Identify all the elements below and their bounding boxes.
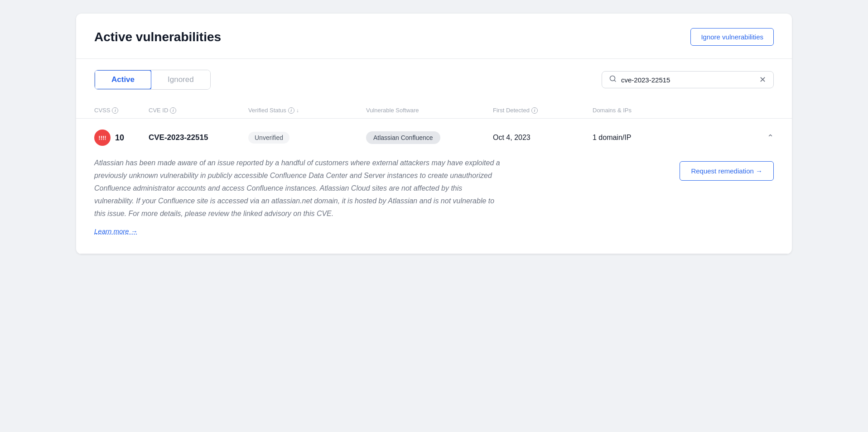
cvss-score: 10 xyxy=(115,133,124,143)
vulnerabilities-card: Active vulnerabilities Ignore vulnerabil… xyxy=(76,14,792,254)
th-cvss: CVSS i xyxy=(94,107,149,114)
first-detected-cell: Oct 4, 2023 xyxy=(493,134,593,142)
cve-id-info-icon: i xyxy=(170,107,176,114)
ignore-vulnerabilities-button[interactable]: Ignore vulnerabilities xyxy=(690,28,774,46)
detail-content: Atlassian has been made aware of an issu… xyxy=(94,157,652,235)
detail-actions: Request remediation → xyxy=(680,157,774,181)
expand-chevron-icon[interactable]: ⌃ xyxy=(767,133,774,143)
search-input[interactable] xyxy=(621,76,756,84)
vulnerable-software-cell: Atlassian Confluence xyxy=(366,131,493,144)
cve-id-cell: CVE-2023-22515 xyxy=(149,133,248,142)
row-detail: Atlassian has been made aware of an issu… xyxy=(76,157,792,254)
detail-description: Atlassian has been made aware of an issu… xyxy=(94,157,502,220)
th-vulnerable-software: Vulnerable Software xyxy=(366,107,493,114)
row-main: !!!! 10 CVE-2023-22515 Unverified Atlass… xyxy=(76,119,792,157)
tabs-row: Active Ignored ✕ xyxy=(76,59,792,90)
learn-more-link[interactable]: Learn more → xyxy=(94,227,138,235)
domain-count: 1 domain/IP xyxy=(593,134,631,142)
cvss-cell: !!!! 10 xyxy=(94,130,149,146)
verified-status-sort-icon[interactable]: ↓ xyxy=(296,107,299,114)
tab-ignored[interactable]: Ignored xyxy=(151,70,210,89)
table-row: !!!! 10 CVE-2023-22515 Unverified Atlass… xyxy=(76,119,792,254)
domains-cell: 1 domain/IP ⌃ xyxy=(593,133,774,143)
severity-critical-icon: !!!! xyxy=(94,130,111,146)
cvss-info-icon: i xyxy=(112,107,118,114)
th-verified-status: Verified Status i ↓ xyxy=(248,107,366,114)
th-domains-ips: Domains & IPs xyxy=(593,107,774,114)
table-header: CVSS i CVE ID i Verified Status i ↓ Vuln… xyxy=(76,99,792,119)
unverified-badge: Unverified xyxy=(248,132,289,144)
th-first-detected: First Detected i xyxy=(493,107,593,114)
clear-search-button[interactable]: ✕ xyxy=(759,76,766,84)
first-detected-info-icon: i xyxy=(531,107,538,114)
th-cve-id: CVE ID i xyxy=(149,107,248,114)
search-icon xyxy=(609,75,617,84)
page-title: Active vulnerabilities xyxy=(94,30,221,44)
vulnerable-software-badge: Atlassian Confluence xyxy=(366,131,440,144)
tab-active[interactable]: Active xyxy=(94,70,152,90)
verified-status-cell: Unverified xyxy=(248,132,366,144)
verified-status-info-icon: i xyxy=(288,107,294,114)
search-wrapper: ✕ xyxy=(602,71,774,88)
tabs-container: Active Ignored xyxy=(94,70,211,90)
request-remediation-button[interactable]: Request remediation → xyxy=(680,161,774,181)
card-header: Active vulnerabilities Ignore vulnerabil… xyxy=(76,14,792,59)
